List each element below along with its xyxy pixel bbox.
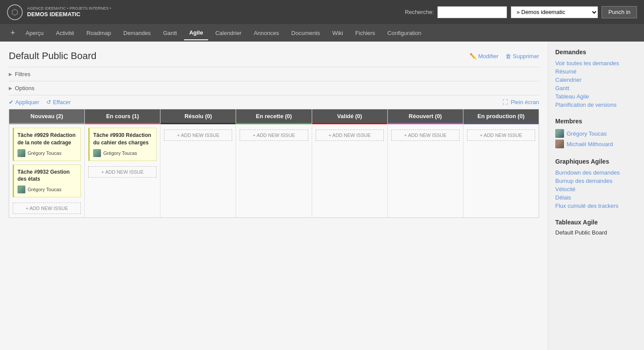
add-new-issue-resolu[interactable]: + ADD NEW ISSUE bbox=[164, 130, 232, 141]
filters-label: Filtres bbox=[15, 71, 30, 77]
search-label: Recherche: bbox=[405, 9, 434, 15]
project-select[interactable]: » Demos ideematic bbox=[511, 6, 598, 18]
sidebar-member-michael[interactable]: Michaël Mithouard bbox=[555, 139, 637, 149]
page-title: Default Public Board bbox=[9, 50, 97, 62]
sidebar-link-flux[interactable]: Flux cumulé des trackers bbox=[555, 202, 637, 210]
trash-icon: 🗑 bbox=[505, 53, 511, 60]
nav-agile[interactable]: Agile bbox=[184, 26, 209, 40]
search-input[interactable] bbox=[437, 6, 507, 18]
sidebar-link-gantt[interactable]: Gantt bbox=[555, 84, 637, 92]
page-header: Default Public Board ✏️ Modifier 🗑 Suppr… bbox=[9, 50, 539, 62]
card-title-task-9932: Tâche #9932 Gestion des états bbox=[17, 168, 77, 183]
sidebar-link-all-demandes[interactable]: Voir toutes les demandes bbox=[555, 59, 637, 67]
col-header-reouvert: Réouvert (0) bbox=[388, 109, 463, 124]
kanban-column-valide: Validé (0)+ ADD NEW ISSUE bbox=[312, 109, 388, 217]
logo: ⬡ Agence Ideematic • Projets Internes • … bbox=[7, 4, 111, 20]
sidebar-link-delais[interactable]: Délais bbox=[555, 193, 637, 202]
col-header-enproduction: En production (0) bbox=[463, 109, 539, 124]
nav-wiki[interactable]: Wiki bbox=[327, 26, 348, 40]
add-new-issue-encours[interactable]: + ADD NEW ISSUE bbox=[88, 166, 157, 178]
sidebar-board-default: Default Public Board bbox=[555, 229, 637, 236]
add-new-issue-valide[interactable]: + ADD NEW ISSUE bbox=[316, 130, 384, 141]
kanban-column-encours: En cours (1)Tâche #9930 Rédaction du cah… bbox=[85, 109, 160, 217]
refresh-icon: ↺ bbox=[46, 99, 51, 105]
logo-icon: ⬡ bbox=[7, 4, 23, 20]
sidebar-link-calendrier[interactable]: Calendrier bbox=[555, 76, 637, 84]
nav-apercu[interactable]: Aperçu bbox=[21, 26, 49, 40]
options-label: Options bbox=[15, 85, 35, 91]
sidebar-tableaux: Tableaux Agile Default Public Board bbox=[555, 219, 637, 236]
kanban-column-resolu: Résolu (0)+ ADD NEW ISSUE bbox=[160, 109, 236, 217]
col-body-enproduction: + ADD NEW ISSUE bbox=[463, 124, 539, 217]
nav-calendrier[interactable]: Calendrier bbox=[210, 26, 247, 40]
sidebar-membres-title: Membres bbox=[555, 118, 637, 125]
sidebar-link-planification[interactable]: Planification de versions bbox=[555, 101, 637, 109]
pencil-icon: ✏️ bbox=[470, 53, 477, 60]
clear-button[interactable]: ↺ Effacer bbox=[46, 99, 71, 105]
col-body-enrecette: + ADD NEW ISSUE bbox=[236, 124, 311, 217]
nav-fichiers[interactable]: Fichiers bbox=[350, 26, 381, 40]
kanban-card-task-9930[interactable]: Tâche #9930 Rédaction du cahier des char… bbox=[88, 128, 157, 161]
content-area: Default Public Board ✏️ Modifier 🗑 Suppr… bbox=[0, 42, 548, 350]
filters-toggle[interactable]: ▶ Filtres bbox=[9, 70, 539, 78]
add-new-issue-enproduction[interactable]: + ADD NEW ISSUE bbox=[467, 130, 535, 141]
nav-roadmap[interactable]: Roadmap bbox=[81, 26, 116, 40]
card-user-name-task-9932: Grégory Toucas bbox=[28, 187, 61, 192]
checkmark-icon: ✔ bbox=[9, 99, 14, 105]
delete-link[interactable]: 🗑 Supprimer bbox=[505, 53, 539, 60]
kanban-card-task-9929[interactable]: Tâche #9929 Rédaction de la note de cadr… bbox=[13, 128, 81, 161]
col-body-reouvert: + ADD NEW ISSUE bbox=[388, 124, 463, 217]
page-actions: ✏️ Modifier 🗑 Supprimer bbox=[470, 53, 539, 60]
card-user-name-task-9930: Grégory Toucas bbox=[103, 150, 137, 156]
col-header-resolu: Résolu (0) bbox=[160, 109, 236, 124]
add-new-issue-nouveau[interactable]: + ADD NEW ISSUE bbox=[13, 203, 81, 214]
add-new-issue-reouvert[interactable]: + ADD NEW ISSUE bbox=[391, 130, 460, 141]
add-new-issue-enrecette[interactable]: + ADD NEW ISSUE bbox=[240, 130, 308, 141]
options-arrow-icon: ▶ bbox=[9, 86, 12, 91]
punchin-button[interactable]: Punch in bbox=[602, 6, 637, 18]
options-toggle[interactable]: ▶ Options bbox=[9, 84, 539, 92]
sidebar-membres: Membres Grégory Toucas Michaël Mithouard bbox=[555, 118, 637, 149]
col-body-nouveau: Tâche #9929 Rédaction de la note de cadr… bbox=[9, 124, 84, 217]
card-title-task-9929: Tâche #9929 Rédaction de la note de cadr… bbox=[17, 132, 77, 147]
col-header-nouveau: Nouveau (2) bbox=[9, 109, 84, 124]
avatar-michael bbox=[555, 140, 564, 148]
modify-link[interactable]: ✏️ Modifier bbox=[470, 53, 498, 60]
logo-title: Demos Ideematic bbox=[27, 11, 111, 18]
card-avatar-task-9930 bbox=[93, 149, 101, 157]
kanban-column-nouveau: Nouveau (2)Tâche #9929 Rédaction de la n… bbox=[9, 109, 85, 217]
kanban-column-enproduction: En production (0)+ ADD NEW ISSUE bbox=[463, 109, 539, 217]
sidebar-link-resume[interactable]: Résumé bbox=[555, 67, 637, 76]
options-section: ▶ Options bbox=[9, 81, 539, 95]
col-body-valide: + ADD NEW ISSUE bbox=[312, 124, 387, 217]
col-header-valide: Validé (0) bbox=[312, 109, 387, 124]
kanban-column-reouvert: Réouvert (0)+ ADD NEW ISSUE bbox=[388, 109, 463, 217]
nav-demandes[interactable]: Demandes bbox=[118, 26, 156, 40]
fullscreen-button[interactable]: ⛶ Plein écran bbox=[502, 99, 539, 105]
sidebar-link-burnup[interactable]: Burnup des demandes bbox=[555, 177, 637, 185]
apply-button[interactable]: ✔ Appliquer bbox=[9, 99, 39, 105]
nav-annonces[interactable]: Annonces bbox=[248, 26, 284, 40]
sidebar-member-gregory[interactable]: Grégory Toucas bbox=[555, 128, 637, 139]
col-header-encours: En cours (1) bbox=[85, 109, 160, 124]
navbar: + Aperçu Activité Roadmap Demandes Gantt… bbox=[0, 24, 644, 42]
card-avatar-task-9929 bbox=[17, 149, 25, 157]
nav-documents[interactable]: Documents bbox=[286, 26, 325, 40]
nav-activite[interactable]: Activité bbox=[51, 26, 80, 40]
nav-gantt[interactable]: Gantt bbox=[158, 26, 182, 40]
kanban-card-task-9932[interactable]: Tâche #9932 Gestion des étatsGrégory Tou… bbox=[13, 164, 81, 198]
sidebar: Demandes Voir toutes les demandes Résumé… bbox=[548, 42, 644, 350]
sidebar-tableaux-title: Tableaux Agile bbox=[555, 219, 637, 226]
logo-subtitle: Agence Ideematic • Projets Internes • bbox=[27, 6, 111, 11]
sidebar-link-tableau-agile[interactable]: Tableau Agile bbox=[555, 92, 637, 101]
sidebar-link-velocite[interactable]: Vélocité bbox=[555, 185, 637, 193]
card-user-task-9932: Grégory Toucas bbox=[17, 186, 77, 193]
navbar-add-button[interactable]: + bbox=[7, 29, 19, 37]
col-body-resolu: + ADD NEW ISSUE bbox=[160, 124, 236, 217]
sidebar-link-burndown[interactable]: Burndown des demandes bbox=[555, 168, 637, 177]
member-name-michael: Michaël Mithouard bbox=[567, 141, 613, 147]
col-header-enrecette: En recette (0) bbox=[236, 109, 311, 124]
card-user-name-task-9929: Grégory Toucas bbox=[28, 150, 61, 156]
filters-arrow-icon: ▶ bbox=[9, 72, 12, 77]
nav-configuration[interactable]: Configuration bbox=[382, 26, 426, 40]
